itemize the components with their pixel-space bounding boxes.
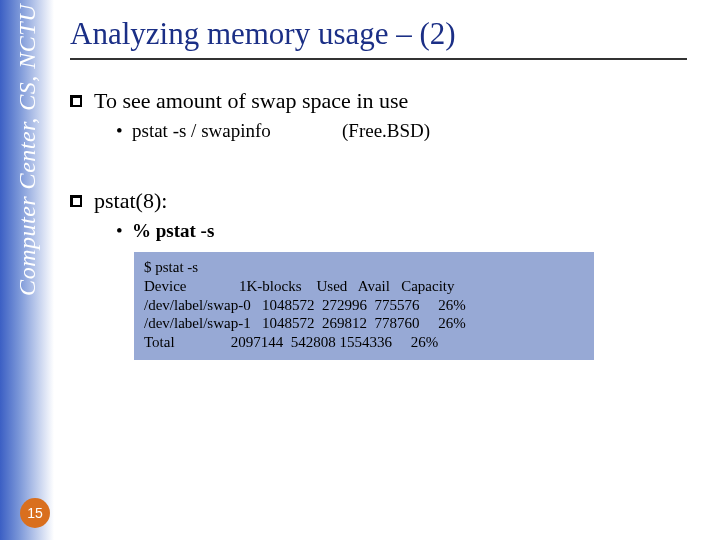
sub-bullet-pstat-swapinfo: • pstat -s / swapinfo (Free.BSD) bbox=[116, 120, 700, 142]
terminal-output-block: $ pstat -s Device 1K-blocks Used Avail C… bbox=[134, 252, 594, 360]
sidebar-institution-label: Computer Center, CS, NCTU bbox=[14, 4, 41, 296]
bullet-dot-icon: • bbox=[116, 120, 132, 142]
code-row: /dev/label/swap-1 1048572 269812 778760 … bbox=[144, 315, 466, 331]
slide-number: 15 bbox=[27, 505, 43, 521]
sub-left: % pstat -s bbox=[132, 220, 342, 242]
bullet-swap-space: To see amount of swap space in use bbox=[70, 88, 700, 114]
slide-content: Analyzing memory usage – (2) To see amou… bbox=[70, 0, 720, 360]
code-row: Total 2097144 542808 1554336 26% bbox=[144, 334, 438, 350]
slide-title: Analyzing memory usage – (2) bbox=[70, 16, 700, 52]
sub-bullet-pstat-s: • % pstat -s bbox=[116, 220, 700, 242]
code-header-line: Device 1K-blocks Used Avail Capacity bbox=[144, 278, 455, 294]
bullet-dot-icon: • bbox=[116, 220, 132, 242]
bullet-text: To see amount of swap space in use bbox=[94, 88, 408, 113]
code-row: /dev/label/swap-0 1048572 272996 775576 … bbox=[144, 297, 466, 313]
code-prompt-line: $ pstat -s bbox=[144, 259, 198, 275]
title-underline bbox=[70, 58, 687, 60]
sub-right: (Free.BSD) bbox=[342, 120, 430, 142]
slide-number-badge: 15 bbox=[20, 498, 50, 528]
bullet-pstat8: pstat(8): bbox=[70, 188, 700, 214]
bullet-text: pstat(8): bbox=[94, 188, 167, 213]
sub-left: pstat -s / swapinfo bbox=[132, 120, 342, 142]
sidebar-gradient: Computer Center, CS, NCTU bbox=[0, 0, 54, 540]
